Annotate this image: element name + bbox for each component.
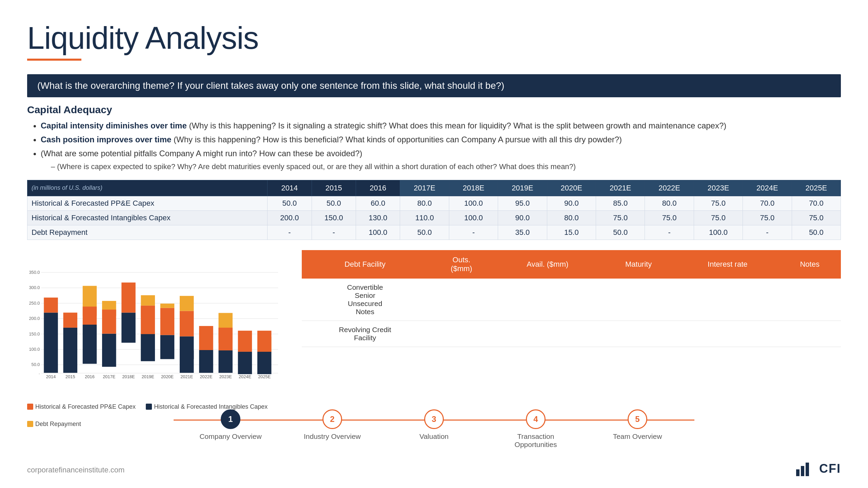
- table-row: Historical & Forecasted Intangibles Cape…: [27, 210, 841, 225]
- debt-row-1: ConvertibleSeniorUnsecuredNotes: [302, 279, 841, 321]
- r2-2023e: 75.0: [694, 210, 743, 225]
- svg-rect-16: [44, 312, 58, 373]
- r3-2018e: -: [449, 225, 498, 240]
- nav-item-team[interactable]: 5 Team Overview: [587, 409, 688, 441]
- svg-text:250.0: 250.0: [29, 301, 40, 306]
- nav-dot-1: 1: [221, 409, 240, 429]
- col-2015: 2015: [312, 180, 356, 196]
- nav-dot-4: 4: [526, 409, 546, 429]
- r3-2016: 100.0: [356, 225, 400, 240]
- bullet-2: Cash position improves over time (Why is…: [41, 133, 841, 147]
- r2-2014: 200.0: [268, 210, 312, 225]
- svg-text:2019E: 2019E: [142, 374, 154, 379]
- table-header-label: (in millions of U.S. dollars): [27, 180, 268, 196]
- col-2024e: 2024E: [743, 180, 792, 196]
- nav-item-transaction[interactable]: 4 TransactionOpportunities: [485, 409, 587, 449]
- debt-row1-maturity: [600, 279, 676, 321]
- r3-2025e: 50.0: [792, 225, 841, 240]
- row1-label: Historical & Forecasted PP&E Capex: [27, 196, 268, 210]
- svg-text:2022E: 2022E: [200, 374, 212, 379]
- cfi-logo: CFI: [796, 462, 841, 476]
- nav-label-4: TransactionOpportunities: [515, 432, 557, 449]
- svg-text:50.0: 50.0: [32, 362, 40, 367]
- col-2020e: 2020E: [547, 180, 596, 196]
- chart-container: 350.0 300.0 250.0 200.0 150.0 100.0 50.0…: [27, 250, 281, 399]
- bottom-section: 350.0 300.0 250.0 200.0 150.0 100.0 50.0…: [27, 250, 841, 399]
- r1-2020e: 90.0: [547, 196, 596, 210]
- r3-2020e: 15.0: [547, 225, 596, 240]
- r2-2015: 150.0: [312, 210, 356, 225]
- nav-item-industry[interactable]: 2 Industry Overview: [281, 409, 383, 441]
- svg-rect-65: [806, 463, 809, 476]
- svg-text:.: .: [39, 370, 40, 375]
- svg-rect-35: [160, 308, 174, 335]
- title-underline: [27, 59, 81, 61]
- r1-2024e: 70.0: [743, 196, 792, 210]
- row2-label: Historical & Forecasted Intangibles Cape…: [27, 210, 268, 225]
- sub-bullet-list: (Where is capex expected to spike? Why? …: [41, 160, 841, 173]
- row3-label: Debt Repayment: [27, 225, 268, 240]
- svg-text:2018E: 2018E: [122, 374, 135, 379]
- theme-box: (What is the overarching theme? If your …: [27, 74, 841, 97]
- svg-rect-45: [218, 328, 232, 350]
- table-row: Historical & Forecasted PP&E Capex 50.0 …: [27, 196, 841, 210]
- r3-2022e: -: [645, 225, 694, 240]
- sub-bullet-1: (Where is capex expected to spike? Why? …: [51, 160, 841, 173]
- bullet-3-text: (What are some potential pitfalls Compan…: [41, 149, 362, 158]
- debt-row1-interest: [676, 279, 778, 321]
- col-2025e: 2025E: [792, 180, 841, 196]
- svg-rect-17: [44, 298, 58, 312]
- bullet-1-bold: Capital intensity diminishes over time: [41, 121, 187, 130]
- bullet-3: (What are some potential pitfalls Compan…: [41, 147, 841, 173]
- svg-rect-19: [63, 312, 77, 327]
- svg-rect-34: [160, 335, 174, 359]
- r1-2016: 60.0: [356, 196, 400, 210]
- debt-row2-avail: [495, 321, 600, 347]
- col-2023e: 2023E: [694, 180, 743, 196]
- svg-text:2015: 2015: [65, 374, 75, 379]
- svg-rect-31: [141, 334, 155, 361]
- r1-2023e: 75.0: [694, 196, 743, 210]
- svg-rect-24: [102, 333, 116, 367]
- r3-2019e: 35.0: [498, 225, 547, 240]
- svg-text:350.0: 350.0: [29, 270, 40, 275]
- debt-row1-avail: [495, 279, 600, 321]
- nav-item-valuation[interactable]: 3 Valuation: [383, 409, 485, 441]
- col-2014: 2014: [268, 180, 312, 196]
- svg-rect-33: [141, 295, 155, 306]
- svg-rect-42: [199, 326, 213, 350]
- svg-rect-39: [180, 311, 194, 336]
- col-2021e: 2021E: [596, 180, 645, 196]
- svg-rect-32: [141, 306, 155, 334]
- nav-label-3: Valuation: [419, 432, 449, 441]
- r1-2019e: 95.0: [498, 196, 547, 210]
- debt-row1-outs: [428, 279, 494, 321]
- debt-col-maturity: Maturity: [600, 250, 676, 279]
- r3-2014: -: [268, 225, 312, 240]
- svg-text:2023E: 2023E: [219, 374, 232, 379]
- debt-col-notes: Notes: [778, 250, 841, 279]
- debt-row2-facility: Revolving CreditFacility: [302, 321, 428, 347]
- cfi-bars-icon: [796, 463, 813, 476]
- col-2022e: 2022E: [645, 180, 694, 196]
- r1-2022e: 80.0: [645, 196, 694, 210]
- bullet-1: Capital intensity diminishes over time (…: [41, 119, 841, 133]
- debt-col-outs: Outs.($mm): [428, 250, 494, 279]
- svg-rect-41: [199, 350, 213, 373]
- r2-2024e: 75.0: [743, 210, 792, 225]
- r1-2025e: 70.0: [792, 196, 841, 210]
- debt-row1-facility: ConvertibleSeniorUnsecuredNotes: [302, 279, 428, 321]
- debt-col-facility: Debt Facility: [302, 250, 428, 279]
- r1-2018e: 100.0: [449, 196, 498, 210]
- r1-2017e: 80.0: [400, 196, 449, 210]
- svg-text:200.0: 200.0: [29, 316, 40, 321]
- r3-2024e: -: [743, 225, 792, 240]
- r2-2017e: 110.0: [400, 210, 449, 225]
- debt-row1-notes: [778, 279, 841, 321]
- debt-table: Debt Facility Outs.($mm) Avail. ($mm) Ma…: [302, 250, 841, 347]
- col-2017e: 2017E: [400, 180, 449, 196]
- nav-item-company-overview[interactable]: 1 Company Overview: [180, 409, 281, 441]
- r2-2018e: 100.0: [449, 210, 498, 225]
- svg-rect-27: [121, 282, 135, 312]
- debt-row2-notes: [778, 321, 841, 347]
